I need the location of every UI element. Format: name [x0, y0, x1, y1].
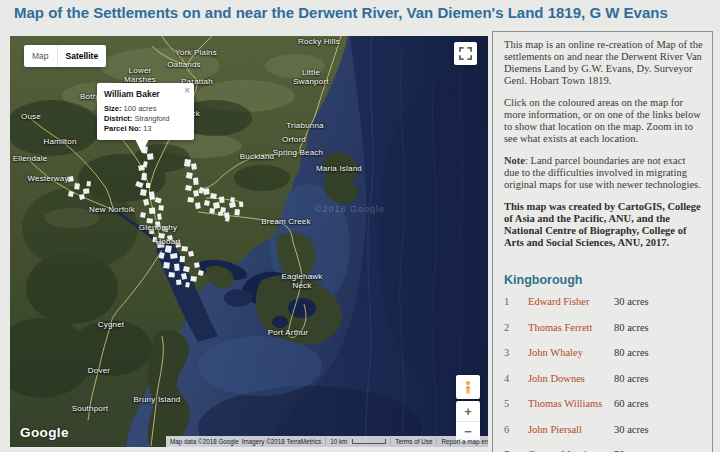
- settler-acres: 30 acres: [614, 424, 703, 435]
- fullscreen-button[interactable]: [454, 42, 477, 65]
- popup-field: District: Strangford: [104, 114, 188, 124]
- info-sidebar: This map is an online re-creation of Map…: [492, 31, 713, 452]
- settler-acres: 80 acres: [614, 322, 703, 333]
- settler-row: 3John Whaley80 acres: [504, 347, 703, 373]
- scale-bar: [352, 439, 386, 444]
- popup-field: Parcel No: 13: [104, 124, 188, 134]
- page: Map of the Settlements on and near the D…: [0, 0, 720, 452]
- zoom-control: + −: [456, 401, 480, 441]
- map-data-credit: Map data ©2018 Google: [170, 438, 239, 445]
- settler-number: 1: [504, 296, 528, 307]
- settler-number: 2: [504, 322, 528, 333]
- settler-row: 2Thomas Ferrett80 acres: [504, 322, 703, 348]
- map-type-satellite-button[interactable]: Satellite: [57, 45, 107, 67]
- settler-acres: 80 acres: [614, 347, 703, 358]
- report-map-error-link[interactable]: Report a map error: [436, 438, 488, 445]
- settler-acres: 30 acres: [614, 296, 703, 307]
- map-canvas[interactable]: Rocky HillsYork PlainsOatlandsLower Mars…: [10, 36, 488, 447]
- settler-row: 6John Piersall30 acres: [504, 424, 703, 450]
- settler-name-link[interactable]: Thomas Williams: [528, 398, 614, 409]
- note-label: Note: [504, 155, 525, 166]
- scale-control[interactable]: 10 km: [325, 438, 390, 445]
- settler-acres: 80 acres: [614, 373, 703, 384]
- settler-name-link[interactable]: Edward Fisher: [528, 296, 614, 307]
- settler-name-link[interactable]: John Whaley: [528, 347, 614, 358]
- zoom-in-button[interactable]: +: [456, 401, 480, 421]
- info-window-title: William Baker: [104, 89, 188, 99]
- note-text: : Land parcel boundaries are not exact d…: [504, 155, 701, 190]
- map-attribution-bar: Map data ©2018 Google Imagery ©2018 Terr…: [166, 436, 488, 447]
- settler-number: 4: [504, 373, 528, 384]
- terms-of-use-link[interactable]: Terms of Use: [390, 438, 436, 445]
- google-logo: Google: [20, 425, 69, 440]
- settler-name-link[interactable]: John Downes: [528, 373, 614, 384]
- close-icon[interactable]: ×: [184, 86, 190, 96]
- credits-paragraph: This map was created by CartoGIS, Colleg…: [504, 201, 703, 249]
- map-type-map-button[interactable]: Map: [24, 45, 57, 67]
- info-window: William Baker × Size: 100 acresDistrict:…: [97, 83, 194, 140]
- settler-name-link[interactable]: John Piersall: [528, 424, 614, 435]
- instructions-paragraph: Click on the coloured areas on the map f…: [504, 97, 703, 145]
- settler-row: 4John Downes80 acres: [504, 373, 703, 399]
- intro-paragraph: This map is an online re-creation of Map…: [504, 39, 703, 87]
- settler-number: 3: [504, 347, 528, 358]
- imagery-credit: Imagery ©2018 TerraMetrics: [242, 438, 321, 445]
- settler-row: 1Edward Fisher30 acres: [504, 296, 703, 322]
- pegman-button[interactable]: [456, 375, 480, 399]
- satellite-map-image: [10, 36, 488, 447]
- settler-number: 6: [504, 424, 528, 435]
- settler-number: 5: [504, 398, 528, 409]
- page-title: Map of the Settlements on and near the D…: [14, 4, 714, 21]
- map-type-control: Map Satellite: [24, 45, 106, 67]
- popup-fields: Size: 100 acresDistrict: StrangfordParce…: [104, 104, 188, 134]
- settler-name-link[interactable]: Thomas Ferrett: [528, 322, 614, 333]
- note-paragraph: Note: Land parcel boundaries are not exa…: [504, 155, 703, 191]
- settler-row: 5Thomas Williams60 acres: [504, 398, 703, 424]
- scale-label: 10 km: [330, 438, 347, 445]
- pegman-icon: [462, 380, 474, 395]
- popup-field: Size: 100 acres: [104, 104, 188, 114]
- settler-list: 1Edward Fisher30 acres2Thomas Ferrett80 …: [504, 296, 703, 452]
- google-watermark: ©2018 Google: [315, 204, 385, 214]
- district-heading: Kingborough: [504, 273, 703, 287]
- fullscreen-icon: [459, 47, 472, 60]
- settler-acres: 60 acres: [614, 398, 703, 409]
- attribution-text: Map data ©2018 Google Imagery ©2018 Terr…: [166, 438, 325, 445]
